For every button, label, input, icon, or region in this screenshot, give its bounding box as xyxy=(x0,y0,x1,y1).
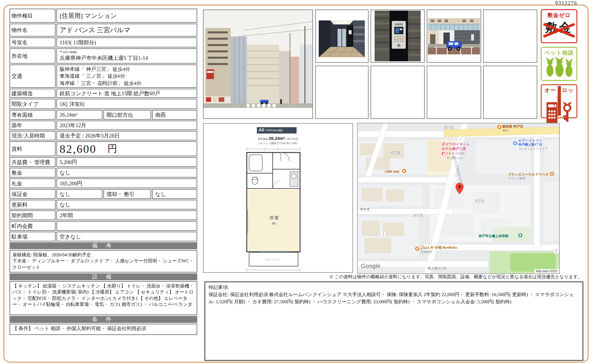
field-label: 築年 xyxy=(10,121,56,130)
table-row: 専有面積 26.24m² 開口部方位 南西 xyxy=(10,110,197,120)
field-label: 賃料 xyxy=(10,141,56,156)
google-logo: Google xyxy=(361,263,381,269)
map-label-sushi: 鮨処順 神戸店 xyxy=(502,124,523,129)
table-row: 所在地 〒651-0086 兵庫県神戸市中央区磯上通5 丁目1-14 xyxy=(10,48,197,64)
table-row: 建築構造 鉄筋コンクリート 造 地上15階 総戸数69戸 xyxy=(10,89,197,98)
field-value: なし xyxy=(56,189,103,199)
badge-autolock: オートロック xyxy=(541,84,577,118)
table-row: 交通 阪神本線「 神戸三宮」 徒歩4分 東海道線「 三ノ宮」 徒歩6分 海岸線「… xyxy=(10,64,197,88)
field-label: 礼金 xyxy=(10,178,56,188)
map-label-bunbuku: ごはんや 分福 BunBuku xyxy=(420,245,457,250)
table-row: 物件名 アド バンス 三宮パルマ xyxy=(10,24,197,37)
map-label-block-no: 1 xyxy=(460,137,462,141)
field-label: 物件種目 xyxy=(10,9,56,23)
map-label-bunbuku-genre: 日本料理 xyxy=(420,250,432,254)
field-value: 165,200円 xyxy=(56,178,197,188)
map-label-cafe: cafe zoe xyxy=(385,169,399,174)
table-row: 現況/入居時期 退去予定 / 2026年5月28日 xyxy=(10,131,197,140)
photo-placeholder-empty xyxy=(483,9,537,63)
map-label-gokou-dori: 御幸通 xyxy=(358,206,372,212)
address: 兵庫県神戸市中央区磯上通5 丁目1-14 xyxy=(60,54,148,62)
hotel-icon xyxy=(442,152,445,155)
table-row: 更新料 なし xyxy=(10,200,197,209)
badge-pets-negotiable: ペット相談 xyxy=(541,47,577,81)
special-notes-title: 特記事項: xyxy=(208,284,579,291)
field-value: 26.24m² xyxy=(56,110,103,120)
table-row: 賃料 82,600 円 xyxy=(10,141,197,156)
field-label: 保証金 xyxy=(10,189,56,199)
table-row: 号室名 1103( 11階部分) xyxy=(10,37,197,47)
field-label: 物件名 xyxy=(10,24,56,37)
badge-no-deposit-title: 敷金ゼロ xyxy=(542,12,576,19)
map-label-conv-genre: コンビニエンスストア xyxy=(518,147,548,151)
map-attribution: Map data ©2025 xyxy=(534,269,559,273)
autolock-icon xyxy=(544,102,574,123)
map-label-district: 5丁目 xyxy=(444,125,453,130)
access-line: 阪神本線「 神戸三宮」 徒歩4分 xyxy=(60,66,130,73)
map-label-sushi-genre: 寿司 xyxy=(502,129,508,133)
postal-code: 〒651-0086 xyxy=(60,50,77,54)
field-label: 所在地 xyxy=(10,48,56,64)
floor-plan: A2 TYPE/1K(13帖) 専有面積 26.24m² ( 約7.93坪) バ… xyxy=(203,123,353,273)
table-row: 礼金 165,200円 xyxy=(10,178,197,188)
field-label: 償却・ 敷引 xyxy=(103,189,151,199)
field-label: 敷金 xyxy=(10,168,56,178)
field-value: 鉄筋コンクリート 造 地上15階 総戸数69戸 xyxy=(56,89,197,98)
map-label-gym: 神戸市立磯上体育館 xyxy=(479,234,508,238)
equipment-header: 設 備 xyxy=(10,273,197,280)
convenience-store-icon xyxy=(513,141,517,145)
remarks-line: 屋根構造: 陸屋根、2026/04/30解約予定 xyxy=(12,252,194,258)
field-value: なし xyxy=(56,168,197,178)
intercom-image xyxy=(375,11,421,61)
cafe-icon xyxy=(402,169,406,173)
photo-entrance-hall xyxy=(315,9,369,63)
field-label: 間取タイプ xyxy=(10,99,56,109)
field-label: 更新料 xyxy=(10,200,56,209)
building-exterior-image xyxy=(204,10,312,108)
field-value: 退去予定 / 2026年5月28日 xyxy=(56,131,197,140)
field-label: 契約期間 xyxy=(10,210,56,220)
table-row: 町内会費 xyxy=(10,221,197,231)
disclaimer-note: ※ この資料は物件の概略紹介資料になります。写真、間取図面、設備、概要などが現況… xyxy=(329,274,582,280)
field-label: 交通 xyxy=(10,64,56,88)
floor-plan-room-size: 8帖 xyxy=(272,222,276,226)
conditions-content: 【 条件】 ペット 相談・ 外国人契約可能・ 保証会社利用必須 xyxy=(10,324,197,335)
parking-image xyxy=(428,18,480,54)
field-value: 〒651-0086 兵庫県神戸市中央区磯上通5 丁目1-14 xyxy=(56,48,197,64)
photo-building-exterior xyxy=(203,9,313,119)
photo-placeholder-empty xyxy=(315,66,369,119)
field-label: 号室名 xyxy=(10,37,56,47)
field-value: 南西 xyxy=(152,110,197,120)
field-value: 1K[ 洋室8] xyxy=(56,99,197,109)
route-shield: 2 xyxy=(553,249,559,254)
field-value: なし xyxy=(152,189,197,199)
field-value: 1103( 11階部分) xyxy=(56,37,197,47)
remarks-header: 備 考 xyxy=(10,242,197,249)
equipment-content: 【 キッチン】 給湯器・ システムキッチン 【 水廻り】 トイレ・ 洗面台・ 浴… xyxy=(10,281,197,315)
rent-amount: 82,600 xyxy=(60,142,96,156)
field-value: アド バンス 三宮パルマ xyxy=(56,24,197,37)
table-row: 駐車場 空きなし xyxy=(10,232,197,241)
special-notes: 特記事項: 保証会社: 保証会社利用必須 株式会社ルームバンクインシュア ※大手… xyxy=(204,281,583,361)
table-row: 間取タイプ 1K[ 洋室8] xyxy=(10,99,197,109)
star-icon: ★ xyxy=(451,152,454,155)
field-label: 共益費・ 管理費 xyxy=(10,157,56,167)
field-label: 駐車場 xyxy=(10,232,56,241)
sushi-icon xyxy=(497,125,501,129)
location-map: 5丁目 鮨処順 神戸店 寿司 セブン-イレブン 神戸磯上通4丁目 コンビニエンス… xyxy=(357,123,560,274)
floor-plan-balcony-label: バルコニー xyxy=(265,258,281,262)
map-label-isogami6: 磯上通六丁目 xyxy=(428,266,447,270)
field-value: 5,200円 xyxy=(56,157,197,167)
gym-location-icon xyxy=(518,233,522,237)
field-value: なし xyxy=(56,200,197,209)
field-label: 専有面積 xyxy=(10,110,56,120)
field-value xyxy=(56,221,197,231)
entrance-hall-image xyxy=(319,20,365,57)
restaurant-icon xyxy=(415,247,419,251)
photo-intercom xyxy=(371,9,425,63)
field-value: [住居用] マンション xyxy=(56,9,197,23)
access-line: 東海道線「 三ノ宮」 徒歩6分 xyxy=(60,73,125,79)
floor-plan-room-label: 洋室 xyxy=(269,215,280,221)
table-row: 敷金 なし xyxy=(10,168,197,178)
table-row: 保証金 なし 償却・ 敷引 なし xyxy=(10,189,197,199)
